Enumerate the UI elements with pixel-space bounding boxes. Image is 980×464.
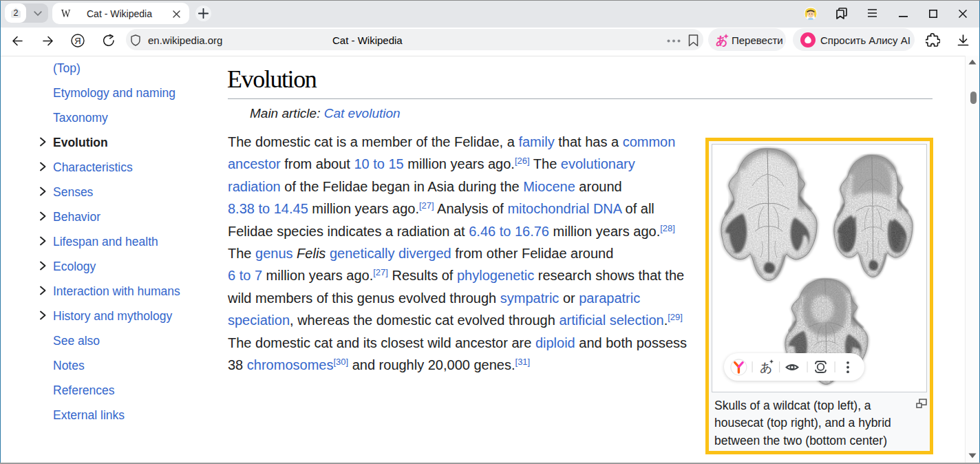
svg-text:Я: Я [74, 36, 81, 46]
svg-text:あ: あ [760, 361, 772, 375]
